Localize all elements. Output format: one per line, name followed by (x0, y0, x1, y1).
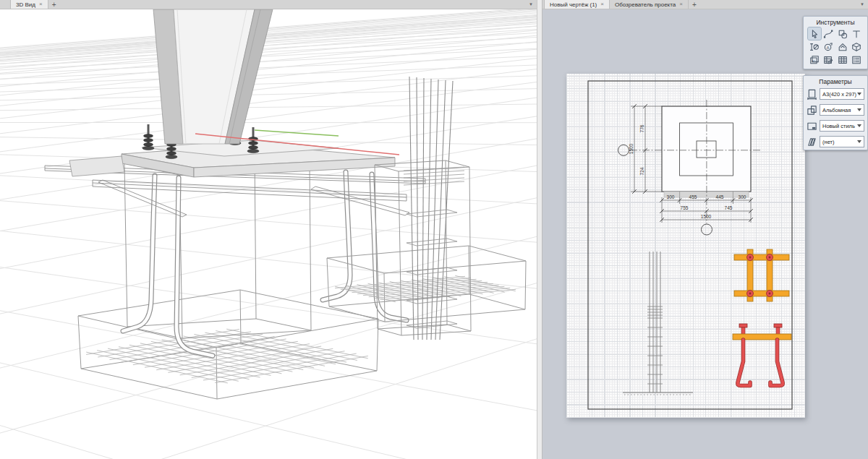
legend-icon (851, 55, 861, 65)
shapes-icon (838, 29, 848, 39)
close-icon[interactable]: × (39, 1, 43, 7)
tools-panel: Инструменты A (803, 16, 868, 69)
tool-3d-view-button[interactable] (850, 40, 863, 53)
svg-text:455: 455 (689, 194, 697, 200)
right-view-tabbar: Новый чертёж (1) × Обозреватель проекта … (542, 0, 868, 9)
sheet-format-icon: A1 (809, 55, 820, 65)
param-row-linked-model: (нет) (804, 134, 867, 150)
svg-text:300: 300 (667, 194, 675, 200)
orientation-select[interactable]: Альбомная (820, 104, 864, 116)
paper-size-select[interactable]: A3(420 x 297) (820, 88, 864, 100)
linked-model-select[interactable]: (нет) (820, 136, 864, 147)
paper-size-value: A3(420 x 297) (822, 91, 856, 98)
paper-size-icon (807, 89, 817, 100)
tab-project-explorer-label: Обозреватель проекта (615, 1, 676, 8)
svg-text:1500: 1500 (629, 143, 634, 154)
3d-viewport[interactable] (0, 9, 537, 459)
elevation-mark-icon (838, 42, 848, 52)
tab-project-explorer[interactable]: Обозреватель проекта × (610, 0, 689, 9)
svg-text:1500: 1500 (701, 214, 712, 219)
tab-overflow-icon[interactable]: ▼ (529, 2, 533, 7)
select-cursor-icon (809, 29, 820, 39)
foundation-plan-view (618, 100, 761, 235)
svg-text:A: A (827, 44, 830, 49)
svg-text:A1: A1 (812, 59, 816, 63)
frame-style-select[interactable]: Новый стиль (820, 120, 864, 132)
chevron-down-icon (857, 140, 861, 143)
tool-select-button[interactable] (808, 27, 821, 40)
chevron-down-icon (857, 124, 861, 127)
axis-bubble-bottom (702, 224, 712, 235)
svg-text:776: 776 (639, 124, 644, 132)
close-icon[interactable]: × (600, 1, 604, 7)
tool-specification-button[interactable] (822, 53, 835, 66)
svg-text:300: 300 (739, 194, 746, 200)
anchor-bolts-elevation (733, 324, 791, 386)
dimension-icon (809, 42, 820, 52)
svg-text:445: 445 (716, 194, 724, 200)
axis-bubble-left (618, 145, 629, 155)
drawing-sheet[interactable]: 776 724 1500 300 455 445 300 755 745 150… (566, 74, 805, 418)
tab-new-drawing-label: Новый чертёж (1) (550, 1, 597, 8)
tab-3d-view[interactable]: 3D Вид × (10, 0, 48, 9)
tool-text-button[interactable] (850, 27, 863, 40)
parameters-panel: Параметры A3(420 x 297) Альбомная Новый … (803, 75, 868, 150)
close-icon[interactable]: × (679, 1, 683, 7)
tool-dimension-button[interactable] (808, 40, 821, 53)
tool-elevation-mark-button[interactable] (836, 40, 849, 53)
left-view-tabbar: 3D Вид × + ▼ (0, 0, 537, 9)
pane-splitter[interactable] (537, 0, 542, 459)
tools-panel-title: Инструменты (804, 17, 867, 27)
tool-spline-button[interactable] (822, 27, 835, 40)
tool-legend-button[interactable] (850, 53, 863, 66)
tool-table-button[interactable] (836, 53, 849, 66)
text-icon (851, 29, 861, 39)
specification-icon (823, 55, 833, 65)
rebar-mesh-left (86, 329, 368, 383)
svg-text:755: 755 (681, 205, 689, 210)
parameters-panel-title: Параметры (804, 76, 867, 86)
tab-overflow-icon[interactable]: ▼ (860, 2, 864, 7)
orientation-value: Альбомная (822, 107, 851, 113)
param-row-frame-style: Новый стиль (804, 118, 867, 134)
tool-shapes-button[interactable] (836, 27, 849, 40)
spline-icon (823, 29, 833, 39)
axis-y-line (255, 130, 339, 136)
svg-text:745: 745 (725, 205, 733, 210)
orientation-icon (807, 105, 817, 116)
drawing-canvas[interactable]: 776 724 1500 300 455 445 300 755 745 150… (542, 9, 868, 459)
tab-3d-view-label: 3D Вид (16, 1, 35, 8)
add-tab-button[interactable]: + (48, 0, 60, 9)
view-3d-cube-icon (851, 42, 861, 52)
frame-style-icon (807, 121, 817, 132)
tool-sheet-format-button[interactable]: A1 (808, 53, 821, 66)
svg-text:724: 724 (639, 167, 644, 175)
sheet-drawing: 776 724 1500 300 455 445 300 755 745 150… (566, 74, 805, 418)
param-row-orientation: Альбомная (804, 102, 867, 118)
tab-new-drawing[interactable]: Новый чертёж (1) × (544, 0, 610, 9)
table-icon (838, 55, 848, 65)
anchor-template-plan (734, 249, 789, 301)
3d-scene (0, 9, 537, 459)
rebar-elevation-view (623, 252, 693, 395)
cad-application-window: 3D Вид × + ▼ (0, 0, 868, 459)
linked-model-icon (807, 137, 817, 147)
linked-model-value: (нет) (822, 139, 835, 145)
add-tab-button[interactable]: + (689, 0, 700, 9)
rebar-cage-right (404, 77, 464, 340)
param-row-paper-size: A3(420 x 297) (804, 86, 867, 102)
steel-column (153, 9, 273, 144)
ground-grid (0, 9, 537, 459)
anchor-bolts-3d (123, 172, 407, 356)
frame-style-value: Новый стиль (822, 123, 855, 129)
chevron-down-icon (857, 93, 861, 95)
axis-mark-icon: A (823, 42, 833, 52)
chevron-down-icon (857, 108, 861, 111)
tool-axis-mark-button[interactable]: A (822, 40, 835, 53)
